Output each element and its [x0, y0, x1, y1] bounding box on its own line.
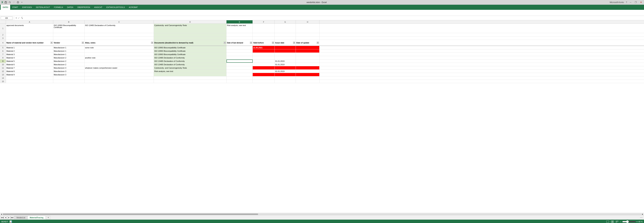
filter-btn-A4[interactable]: ▾	[50, 42, 52, 44]
cell-C1[interactable]: ISO 13485 Declaration of Conformity	[84, 24, 154, 33]
cell-B13[interactable]: Manufacturer 3	[53, 73, 84, 76]
cell-D8[interactable]: ISO 13485 Declaration of Conformity	[154, 56, 226, 59]
cell-G1[interactable]	[275, 24, 296, 33]
restore-btn[interactable]: ❐	[634, 1, 638, 4]
close-btn[interactable]: ✕	[640, 1, 643, 4]
cell-H6[interactable]	[296, 49, 320, 52]
col-header-H[interactable]: H	[296, 20, 320, 24]
filter-btn-F4[interactable]: ▾	[272, 42, 274, 44]
cell-H13[interactable]	[296, 73, 320, 76]
cell-G4[interactable]: Issue date ▾	[275, 40, 296, 46]
cell-E4[interactable]: Date of last demand ▾	[226, 40, 253, 46]
cell-G14[interactable]	[275, 76, 296, 80]
cell-E10[interactable]	[226, 63, 253, 66]
cell-A4[interactable]: Name of material and vendor item number …	[6, 40, 53, 46]
cell-B7[interactable]: Manufacturer 1	[53, 53, 84, 56]
cell-D14[interactable]	[154, 76, 226, 80]
sheet-tab-materialtracing[interactable]: MaterialTracing	[28, 216, 46, 220]
cell-C8[interactable]: another note	[84, 56, 154, 59]
zoom-out-btn[interactable]: −	[620, 220, 622, 223]
cell-E12[interactable]	[226, 70, 253, 73]
cell-G12[interactable]: 01.01.2019	[275, 70, 296, 73]
col-header-C[interactable]: C	[84, 20, 154, 24]
filter-btn-D4[interactable]: ▾	[224, 42, 226, 44]
filter-btn-C4[interactable]: ▾	[151, 42, 153, 44]
cell-C6[interactable]	[84, 49, 154, 52]
tab-seitenlayout[interactable]: SEITENLAYOUT	[34, 5, 52, 10]
cell-E8[interactable]	[226, 56, 253, 59]
zoom-in-btn[interactable]: +	[636, 220, 638, 223]
cell-C11[interactable]: whatever makes comprehension easier	[84, 66, 154, 70]
undo-icon[interactable]	[8, 1, 11, 4]
cell-C10[interactable]	[84, 63, 154, 66]
cell-A12[interactable]: Material 8	[6, 70, 53, 73]
cell-A9[interactable]: Material 5	[6, 60, 53, 63]
cell-G7[interactable]	[275, 53, 296, 56]
scroll-left-btn[interactable]: ◀	[1, 213, 2, 215]
cell-F5[interactable]: 21.05.2021	[253, 46, 275, 49]
cell-B15[interactable]	[53, 80, 84, 83]
cell-A5[interactable]: Material 1	[6, 46, 53, 49]
microsoft-account-label[interactable]: Microsoft-Konto	[610, 1, 624, 4]
cell-E9[interactable]	[226, 60, 253, 63]
col-header-F[interactable]: F	[253, 20, 275, 24]
sheet-options-icon[interactable]: ⋯	[640, 216, 643, 219]
cell-H11[interactable]	[296, 66, 320, 70]
cell-E14[interactable]	[226, 76, 253, 80]
cell-G5[interactable]	[275, 46, 296, 49]
cell-B9[interactable]: Manufacturer 2	[53, 60, 84, 63]
tab-datei[interactable]: DATEI	[1, 5, 10, 10]
cell-B1[interactable]: ISO 10993 Biocompatibility Certificate	[53, 24, 84, 33]
cell-H12[interactable]	[296, 70, 320, 73]
cell-B2[interactable]	[53, 33, 84, 36]
cell-D10[interactable]: ISO 13485 Declaration of Conformity	[154, 63, 226, 66]
name-box[interactable]: E9	[1, 16, 12, 20]
tab-formeln[interactable]: FORMELN	[52, 5, 65, 10]
cell-E1[interactable]: Risk analysis, own test	[226, 24, 253, 33]
cell-F1[interactable]	[253, 24, 275, 33]
cell-F3[interactable]	[253, 36, 275, 40]
cell-G6[interactable]	[275, 49, 296, 52]
cell-H7[interactable]	[296, 53, 320, 56]
add-sheet-button[interactable]: +	[46, 216, 50, 220]
cancel-formula-icon[interactable]: ✕	[16, 17, 17, 19]
filter-btn-B4[interactable]: ▾	[82, 42, 84, 44]
normal-view-btn[interactable]	[606, 220, 609, 223]
cell-C3[interactable]	[84, 36, 154, 40]
cell-E11[interactable]	[226, 66, 253, 70]
cell-H3[interactable]	[296, 36, 320, 40]
cell-F2[interactable]	[253, 33, 275, 36]
col-header-B[interactable]: B	[53, 20, 84, 24]
help-btn[interactable]: ?	[626, 1, 627, 4]
save-icon[interactable]	[4, 1, 7, 4]
cell-C13[interactable]	[84, 73, 154, 76]
cell-B14[interactable]	[53, 76, 84, 80]
cell-C5[interactable]: some note	[84, 46, 154, 49]
col-header-E[interactable]: E	[226, 20, 253, 24]
cell-E6[interactable]	[226, 49, 253, 52]
cell-B5[interactable]: Manufacturer 1	[53, 46, 84, 49]
tab-ueberpruefen[interactable]: ÜBERPRÜFEN	[75, 5, 92, 10]
cell-E13[interactable]	[226, 73, 253, 76]
scroll-right-btn[interactable]: ▶	[642, 213, 643, 215]
sheet-tab-vendorlist[interactable]: VendorList	[14, 216, 28, 220]
sheet-nav-last[interactable]: ▶▶	[11, 216, 14, 219]
cell-H15[interactable]	[296, 80, 320, 83]
cell-D1[interactable]: Cytotoxicity- and Cancerogenicity-Tests	[154, 24, 226, 33]
cell-D7[interactable]: ISO 10993 Biocompatibility Certificate	[154, 53, 226, 56]
sheet-nav-first[interactable]: ◀◀	[1, 216, 4, 219]
cell-F9[interactable]	[253, 60, 275, 63]
cell-F14[interactable]	[253, 76, 275, 80]
cell-A8[interactable]: Material 4	[6, 56, 53, 59]
cell-C15[interactable]	[84, 80, 154, 83]
cell-H10[interactable]	[296, 63, 320, 66]
cell-E2[interactable]	[226, 33, 253, 36]
cell-A10[interactable]: Material 6	[6, 63, 53, 66]
cell-B11[interactable]: Manufacturer 3	[53, 66, 84, 70]
minimize-btn[interactable]: ─	[629, 1, 632, 4]
page-break-view-btn[interactable]	[616, 220, 619, 223]
filter-btn-H4[interactable]: ▾	[317, 42, 319, 44]
cell-E7[interactable]	[226, 53, 253, 56]
cell-G8[interactable]	[275, 56, 296, 59]
cell-H9[interactable]	[296, 60, 320, 63]
